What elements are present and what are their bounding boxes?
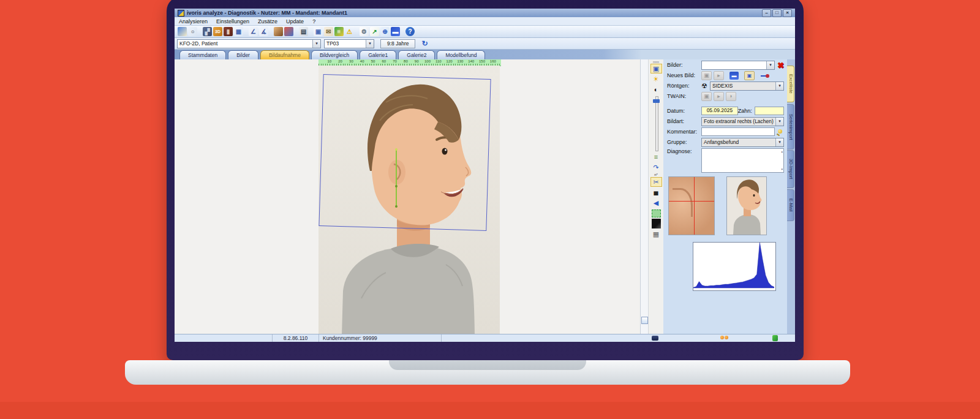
paste-clipboard-icon[interactable]: ▣ bbox=[744, 71, 755, 80]
zoom-slider[interactable] bbox=[653, 96, 660, 150]
grid-icon[interactable]: ▦ bbox=[651, 229, 662, 239]
thumbnail-photo[interactable] bbox=[726, 176, 767, 235]
tab-bildvergleich[interactable]: Bildvergleich bbox=[311, 50, 358, 59]
bildart-select[interactable]: Foto extraoral rechts (Lachen) bbox=[701, 117, 784, 126]
menu-bar: AnalysierenEinstellungenZusätzeUpdate? bbox=[175, 17, 795, 26]
scroll-up-icon[interactable]: ▴ bbox=[781, 150, 783, 153]
measure-angle-icon[interactable]: ∡ bbox=[259, 27, 268, 36]
capture-crop-icon[interactable]: ✂ bbox=[650, 177, 662, 187]
tab-galerie2[interactable]: Galerie2 bbox=[398, 50, 435, 59]
selection-icon[interactable] bbox=[652, 210, 661, 217]
contrast-icon[interactable]: ◐ bbox=[651, 85, 662, 94]
image-mail-icon[interactable]: ✉ bbox=[324, 27, 333, 36]
video-capture-icon[interactable]: ▸ bbox=[714, 71, 724, 80]
levels-icon[interactable]: ≡ bbox=[651, 152, 662, 162]
settings-doc-icon[interactable]: ⚙ bbox=[360, 27, 369, 36]
tab-bildaufnahme[interactable]: Bildaufnahme bbox=[260, 50, 309, 59]
maximize-button[interactable]: □ bbox=[772, 9, 782, 17]
timepoint-select[interactable]: TP03 bbox=[324, 39, 374, 48]
web-icon[interactable]: ⊕ bbox=[380, 27, 390, 36]
histogram-icon[interactable]: ▅ bbox=[651, 187, 662, 197]
pin-assign-icon[interactable] bbox=[760, 72, 770, 80]
tab-modellbefund[interactable]: Modellbefund bbox=[437, 50, 485, 59]
minimize-button[interactable]: – bbox=[762, 9, 771, 17]
background-band bbox=[0, 402, 980, 419]
viewport-scrollbar[interactable] bbox=[640, 59, 648, 334]
status-connection-icon[interactable] bbox=[772, 335, 778, 341]
open-patient-icon[interactable] bbox=[178, 27, 187, 36]
gruppe-select[interactable]: Anfangsbefund bbox=[701, 138, 784, 147]
table-icon[interactable]: ▦ bbox=[234, 27, 243, 36]
mirror-icon[interactable]: ◀ bbox=[651, 198, 662, 208]
ruler-tick: 80 bbox=[404, 59, 408, 63]
side-tab-3d-import[interactable]: 3D-Import bbox=[787, 150, 794, 188]
brightness-icon[interactable]: ☀ bbox=[651, 74, 662, 84]
zahn-field[interactable] bbox=[755, 107, 784, 115]
age-button[interactable]: 9:8 Jahre bbox=[380, 39, 415, 48]
ruler-tick: 140 bbox=[468, 59, 474, 63]
menu-item-update[interactable]: Update bbox=[282, 18, 308, 25]
thumbnail-detail-crosshair[interactable] bbox=[668, 176, 715, 235]
status-device-icon[interactable] bbox=[652, 336, 658, 341]
side-tab-e-mail[interactable]: E-Mail bbox=[787, 189, 794, 221]
measurement-line[interactable] bbox=[396, 149, 397, 206]
close-button[interactable]: × bbox=[783, 9, 792, 17]
scroll-down-icon[interactable]: ▾ bbox=[781, 168, 783, 171]
app-window: ivoris analyze - Diagnostik - Nutzer: MM… bbox=[175, 9, 795, 342]
ruler-tick: 90 bbox=[415, 59, 419, 63]
window-title: ivoris analyze - Diagnostik - Nutzer: MM… bbox=[187, 10, 761, 16]
ruler-tick: 50 bbox=[371, 59, 375, 63]
kommentar-field[interactable] bbox=[701, 127, 775, 136]
twain-video-icon[interactable]: ▸ bbox=[714, 92, 724, 101]
help-icon[interactable]: ? bbox=[405, 27, 415, 36]
trace-analysis-icon[interactable]: ∠ bbox=[249, 27, 258, 36]
print-icon[interactable]: ▤ bbox=[299, 27, 308, 36]
datum-field[interactable]: 05.09.2025 bbox=[701, 107, 738, 115]
roentgen-select[interactable]: SIDEXIS bbox=[710, 81, 784, 91]
save-icon[interactable]: ▬ bbox=[391, 27, 400, 36]
twain-scan-icon[interactable]: ◗ bbox=[726, 92, 736, 101]
crosshair-horizontal bbox=[669, 201, 714, 202]
tab-bilder[interactable]: Bilder bbox=[228, 50, 258, 59]
ruler-tick: 70 bbox=[393, 59, 397, 63]
side-tab-excelliste[interactable]: Excelliste bbox=[787, 66, 794, 102]
tab-galerie1[interactable]: Galerie1 bbox=[360, 50, 396, 59]
tab-stammdaten[interactable]: Stammdaten bbox=[179, 50, 226, 59]
image-properties-panel: Bilder: ✖ Neues Bild: ▣ ▸ ▬ ▣ Röntgen: ☢… bbox=[663, 59, 787, 334]
menu-item-analysieren[interactable]: Analysieren bbox=[175, 18, 212, 25]
delete-image-button[interactable]: ✖ bbox=[777, 61, 784, 69]
warning-icon[interactable]: ⚠ bbox=[345, 27, 354, 36]
twain-camera-icon[interactable]: ▣ bbox=[701, 92, 712, 101]
menu-item-einstellungen[interactable]: Einstellungen bbox=[212, 18, 254, 25]
patient-group-icon[interactable] bbox=[284, 27, 293, 36]
status-users-icon[interactable] bbox=[720, 336, 729, 341]
kommentar-label: Kommentar: bbox=[667, 129, 701, 135]
3d-model-icon[interactable]: 3D bbox=[213, 27, 222, 36]
analysis-select[interactable]: KFO-2D, Patient bbox=[177, 39, 321, 48]
camera-capture-icon[interactable]: ▣ bbox=[701, 71, 712, 80]
camera-icon[interactable]: ▮ bbox=[224, 27, 233, 36]
scroll-corner-button[interactable] bbox=[641, 317, 648, 324]
twain-label: TWAIN: bbox=[667, 93, 701, 99]
histogram-curve bbox=[693, 243, 774, 289]
crop-frame[interactable] bbox=[318, 74, 491, 231]
preview-image-icon[interactable]: ▣ bbox=[650, 64, 662, 74]
archive-stack-icon[interactable]: ≡ bbox=[334, 27, 344, 36]
bilder-select[interactable] bbox=[701, 61, 775, 70]
diagnose-textarea[interactable]: ▴ ▾ bbox=[701, 148, 784, 173]
xray-image-icon[interactable] bbox=[652, 219, 661, 228]
menu-item-[interactable]: ? bbox=[308, 18, 320, 25]
side-tab-serienimport[interactable]: Serienimport bbox=[787, 104, 794, 149]
menu-item-zus-tze[interactable]: Zusätze bbox=[254, 18, 282, 25]
chart-icon[interactable]: ↗ bbox=[370, 27, 379, 36]
image-frame-icon[interactable]: ▣ bbox=[314, 27, 323, 36]
refresh-icon[interactable]: ↻ bbox=[421, 39, 428, 48]
ruler-tick: 10 bbox=[327, 59, 331, 63]
comment-pin-icon[interactable] bbox=[777, 128, 784, 135]
rotate-icon[interactable]: ↷ bbox=[651, 162, 662, 172]
gruppe-label: Gruppe: bbox=[667, 139, 701, 145]
import-file-icon[interactable]: ▬ bbox=[729, 72, 739, 80]
patient-image-icon[interactable]: ▞ bbox=[203, 27, 212, 36]
patient-face-icon[interactable] bbox=[274, 27, 283, 36]
search-icon[interactable]: ○ bbox=[188, 27, 197, 36]
